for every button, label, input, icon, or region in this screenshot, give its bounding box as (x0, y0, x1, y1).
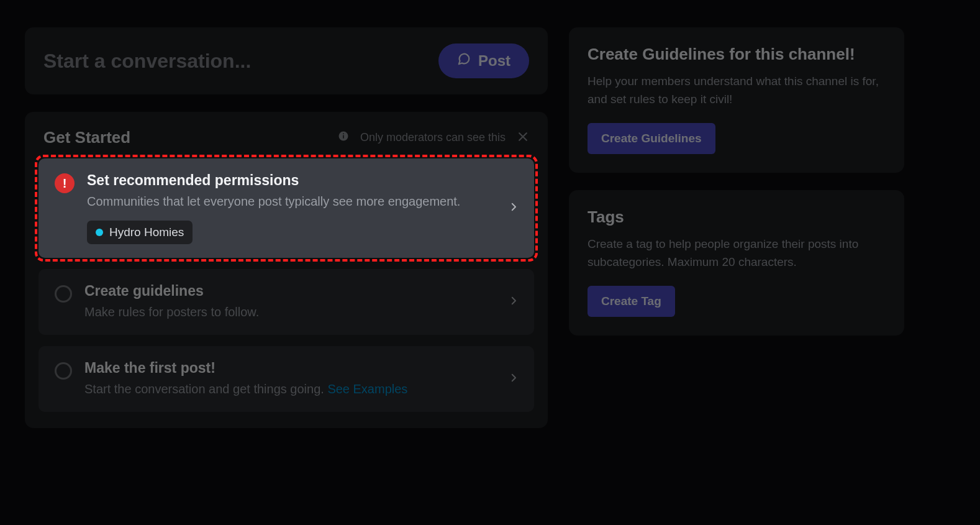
guidelines-title: Create Guidelines for this channel! (588, 45, 886, 64)
post-button-label: Post (478, 52, 510, 70)
moderator-note: Only moderators can see this (360, 131, 506, 144)
chevron-right-icon (508, 372, 519, 386)
step-body: Make the first post! Start the conversat… (84, 360, 407, 398)
get-started-title: Get Started (43, 128, 130, 147)
svg-rect-2 (343, 134, 344, 135)
role-chip: Hydro Homies (87, 221, 193, 244)
dismiss-get-started-button[interactable] (517, 130, 529, 145)
step-create-guidelines[interactable]: Create guidelines Make rules for posters… (39, 269, 534, 335)
guidelines-card: Create Guidelines for this channel! Help… (569, 27, 904, 173)
see-examples-link[interactable]: See Examples (327, 382, 407, 396)
step-title: Make the first post! (84, 360, 407, 377)
info-icon (338, 130, 349, 145)
step-list: ! Set recommended permissions Communitie… (25, 158, 548, 412)
post-button[interactable]: Post (438, 43, 529, 78)
get-started-header: Get Started Only moderators can see this (25, 128, 548, 158)
step-body: Set recommended permissions Communities … (87, 172, 460, 244)
create-guidelines-button[interactable]: Create Guidelines (588, 123, 715, 154)
get-started-card: Get Started Only moderators can see this (25, 112, 548, 428)
step-desc: Communities that let everyone post typic… (87, 193, 460, 211)
step-body: Create guidelines Make rules for posters… (84, 283, 259, 321)
left-column: Start a conversation... Post Get Started… (25, 27, 548, 428)
composer-card[interactable]: Start a conversation... Post (25, 27, 548, 94)
layout: Start a conversation... Post Get Started… (0, 0, 980, 428)
chevron-right-icon (508, 295, 519, 309)
get-started-meta: Only moderators can see this (338, 130, 529, 145)
tags-title: Tags (588, 208, 886, 227)
unchecked-circle-icon (55, 285, 72, 303)
step-first-post[interactable]: Make the first post! Start the conversat… (39, 346, 534, 412)
composer-placeholder: Start a conversation... (43, 50, 251, 73)
svg-rect-1 (343, 135, 344, 139)
alert-icon: ! (55, 173, 75, 193)
chat-bubble-icon (457, 52, 471, 70)
chevron-right-icon (508, 201, 519, 215)
role-name: Hydro Homies (109, 226, 184, 239)
unchecked-circle-icon (55, 362, 72, 380)
step-set-permissions[interactable]: ! Set recommended permissions Communitie… (39, 158, 534, 258)
step-desc: Make rules for posters to follow. (84, 303, 259, 321)
step-title: Set recommended permissions (87, 172, 460, 189)
create-tag-button[interactable]: Create Tag (588, 286, 675, 317)
guidelines-desc: Help your members understand what this c… (588, 73, 886, 108)
step-desc-text: Start the conversation and get things go… (84, 382, 327, 396)
step-desc: Start the conversation and get things go… (84, 380, 407, 398)
close-icon (517, 130, 529, 145)
tags-desc: Create a tag to help people organize the… (588, 235, 886, 271)
right-column: Create Guidelines for this channel! Help… (569, 27, 904, 428)
tags-card: Tags Create a tag to help people organiz… (569, 190, 904, 336)
step-title: Create guidelines (84, 283, 259, 299)
role-color-dot (96, 229, 103, 236)
